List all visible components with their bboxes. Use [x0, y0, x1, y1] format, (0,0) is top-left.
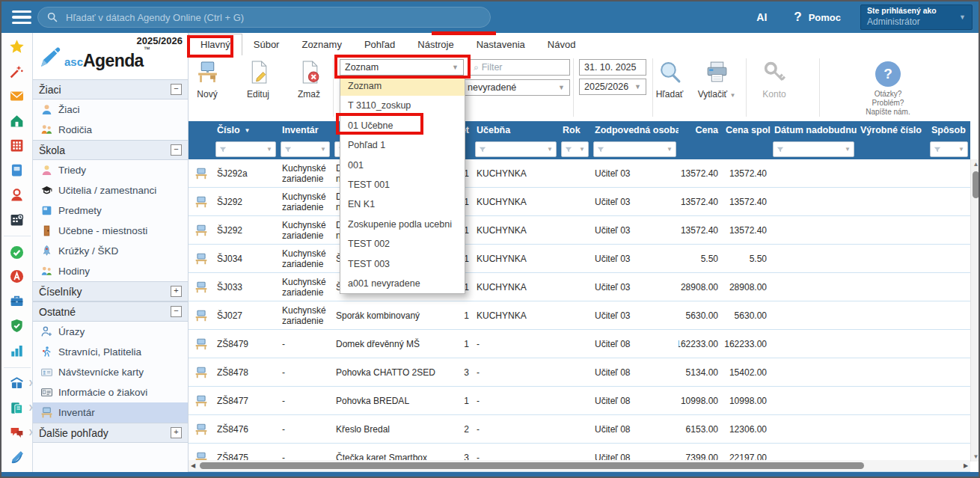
collapse-toggle-icon[interactable]: − — [171, 144, 182, 156]
menu-tab-zoznamy[interactable]: Zoznamy — [290, 34, 352, 55]
menu-tab-nastavenia[interactable]: Nastavenia — [465, 34, 536, 55]
dropdown-item[interactable]: TEST 001 — [340, 175, 465, 194]
list-select[interactable]: Zoznam ▼ — [340, 59, 464, 76]
global-search-input[interactable] — [64, 11, 481, 24]
sidebar-item-ziaci[interactable]: Žiaci — [33, 99, 188, 120]
sidebar-item-ucebne[interactable]: Učebne - miestnosti — [33, 221, 188, 241]
filter-input-box[interactable]: ⌕ Filter — [468, 59, 570, 76]
home-icon[interactable] — [7, 112, 27, 130]
dropdown-item[interactable]: TEST 003 — [340, 254, 465, 274]
menu-tab-pohlad[interactable]: Pohľad — [353, 34, 406, 55]
expand-toggle-icon[interactable]: + — [171, 427, 182, 438]
star-icon[interactable] — [7, 38, 27, 56]
column-header-sposob[interactable]: Spôsob — [928, 121, 970, 139]
column-header-rok[interactable]: Rok — [559, 121, 591, 139]
column-filter-cislo[interactable]: ▼ — [215, 141, 276, 157]
sidebar-item-predmety[interactable]: Predmety — [33, 200, 188, 221]
sidebar-section-ziaci[interactable]: Žiaci− — [33, 79, 188, 99]
table-row[interactable]: ŠJ027Kuchynské zariadenieSporák kombinov… — [189, 301, 970, 330]
calendar-grid-icon[interactable] — [7, 137, 27, 155]
sidebar-item-navstevnicke-karty[interactable]: Návštevnícke karty — [33, 362, 188, 382]
column-filter-ucebna[interactable]: ▼ — [475, 141, 557, 157]
table-row[interactable]: ŠJ292Kuchynské zariadenieD n1KUCHYNKAUči… — [189, 216, 970, 245]
column-header-cena-spolu[interactable]: Cena spolu — [722, 121, 771, 139]
sidebar-item-inventar[interactable]: Inventár — [33, 402, 188, 423]
print-button[interactable]: Vytlačiť ▼ — [693, 60, 740, 99]
sidebar-item-kruzky[interactable]: Krúžky / ŠKD — [33, 241, 188, 261]
table-row[interactable]: ŠJ033Kuchynské zariadenieŠlehač a hnětač… — [189, 273, 970, 301]
magic-wand-icon[interactable] — [7, 63, 27, 81]
column-header-ucebna[interactable]: Učebňa — [473, 121, 559, 139]
table-row[interactable]: ŠJ292Kuchynské zariadenieD n1KUCHYNKAUči… — [189, 188, 970, 216]
scroll-up-icon[interactable]: ▲ — [971, 159, 980, 169]
menu-tab-nastroje[interactable]: Nástroje — [406, 34, 465, 55]
mail-icon[interactable] — [7, 88, 27, 105]
table-row[interactable]: ŠJ034Kuchynské zariadenieŠ1KUCHYNKAUčite… — [189, 245, 970, 273]
sidebar-item-stravnici[interactable]: Stravníci, Platitelia — [33, 342, 188, 362]
scroll-down-icon[interactable]: ▼ — [971, 452, 980, 462]
ai-button[interactable]: AI — [756, 11, 767, 23]
briefcase-icon[interactable] — [7, 292, 27, 310]
hamburger-menu-icon[interactable] — [12, 10, 31, 24]
dropdown-item[interactable]: TEST 002 — [340, 234, 465, 254]
chat-icon[interactable]: ❯ — [7, 423, 27, 441]
account-button[interactable]: Konto — [751, 60, 797, 99]
edit-button[interactable]: Edituj — [235, 60, 281, 99]
dropdown-item[interactable]: Zoznam — [340, 76, 465, 96]
date-field[interactable]: 31. 10. 2025 — [579, 59, 646, 76]
dropdown-item[interactable]: a001 nevyradene — [340, 274, 465, 293]
sidebar-item-rodicia[interactable]: Rodičia — [33, 120, 188, 140]
year-select[interactable]: 2025/2026 ▼ — [579, 79, 646, 95]
horizontal-scroll-thumb[interactable] — [200, 462, 864, 469]
sidebar-item-urazy[interactable]: Úrazy — [33, 322, 188, 342]
column-header-datum-nadobudnutia[interactable]: Dátum nadobudnuti — [771, 121, 857, 139]
check-circle-icon[interactable] — [7, 243, 27, 261]
vertical-scroll-thumb[interactable] — [973, 171, 979, 198]
grade-a-icon[interactable] — [7, 268, 27, 286]
global-search[interactable] — [37, 7, 491, 28]
column-header-zodpovedna-osoba[interactable]: Zodpovedná osoba — [591, 121, 679, 139]
menu-tab-subor[interactable]: Súbor — [242, 34, 291, 55]
collapse-toggle-icon[interactable]: − — [171, 306, 182, 317]
column-filter-datum[interactable]: ▼ — [773, 141, 854, 157]
table-row[interactable]: ZŠ8479-Domek dřevěnný MŠ1-Učiteľ 0816223… — [189, 330, 970, 358]
shield-icon[interactable] — [7, 317, 27, 335]
dropdown-item[interactable]: 001 — [340, 156, 465, 175]
bar-chart-icon[interactable] — [7, 342, 27, 360]
documents-icon[interactable]: ❯ — [7, 399, 27, 417]
sidebar-section-dalsie-pohlady[interactable]: Ďalšie pohľady+ — [33, 423, 188, 443]
notebook-icon[interactable] — [7, 161, 27, 179]
horizontal-scrollbar[interactable]: ◀ ▶ — [189, 460, 970, 471]
user-menu[interactable]: Ste prihlásený ako Administrátor ▼ — [860, 4, 973, 30]
dropdown-item-01-ucebne[interactable]: 01 Učebne — [340, 116, 465, 135]
column-filter-zodpovedna-osoba[interactable]: ▼ — [593, 141, 676, 157]
sidebar-section-ciselniky[interactable]: Číselníky+ — [33, 281, 188, 301]
table-row[interactable]: ZŠ8478-Pohovka CHATTO 2SED3-Učiteľ 08513… — [189, 358, 970, 387]
vertical-scrollbar[interactable]: ▲ ▼ — [970, 159, 980, 462]
scroll-right-icon[interactable]: ▶ — [961, 462, 970, 469]
new-button[interactable]: Nový — [184, 60, 230, 99]
table-row[interactable]: ZŠ8477-Pohovka BREDAL1-Učiteľ 0810998.00… — [189, 387, 970, 415]
person-icon[interactable] — [7, 186, 27, 203]
column-header-icon[interactable] — [189, 121, 213, 139]
sidebar-section-skola[interactable]: Škola− — [33, 140, 188, 160]
dropdown-item[interactable]: T 3110_zoskup — [340, 96, 465, 115]
collapse-toggle-icon[interactable]: − — [171, 84, 182, 95]
status-select[interactable]: nevyradené ▼ — [462, 79, 570, 96]
column-header-vyrobne-cislo[interactable]: Výrobné číslo — [857, 121, 928, 139]
column-header-cena[interactable]: Cena — [679, 121, 722, 139]
sidebar-item-triedy[interactable]: Triedy — [33, 160, 188, 180]
delete-button[interactable]: Zmaž — [286, 60, 332, 99]
column-header-inventar[interactable]: Inventár — [278, 121, 332, 139]
help-button[interactable]: Pomoc — [809, 12, 841, 23]
table-row[interactable]: ŠJ292aKuchynské zariadenieD n1KUCHYNKAUč… — [189, 159, 970, 188]
menu-tab-hlavny[interactable]: Hlavný — [189, 34, 242, 55]
signature-pen-icon[interactable] — [7, 448, 27, 466]
school-icon[interactable]: ❯ — [7, 374, 27, 392]
column-filter-sposob[interactable]: ▼ — [930, 141, 968, 157]
sidebar-item-hodiny[interactable]: Hodiny — [33, 261, 188, 281]
dropdown-item[interactable]: Pohľad 1 — [340, 135, 465, 155]
calendar-clock-icon[interactable] — [7, 210, 27, 228]
column-header-cislo[interactable]: Číslo▼ — [213, 121, 278, 139]
dropdown-item[interactable]: EN K1 — [340, 194, 465, 214]
